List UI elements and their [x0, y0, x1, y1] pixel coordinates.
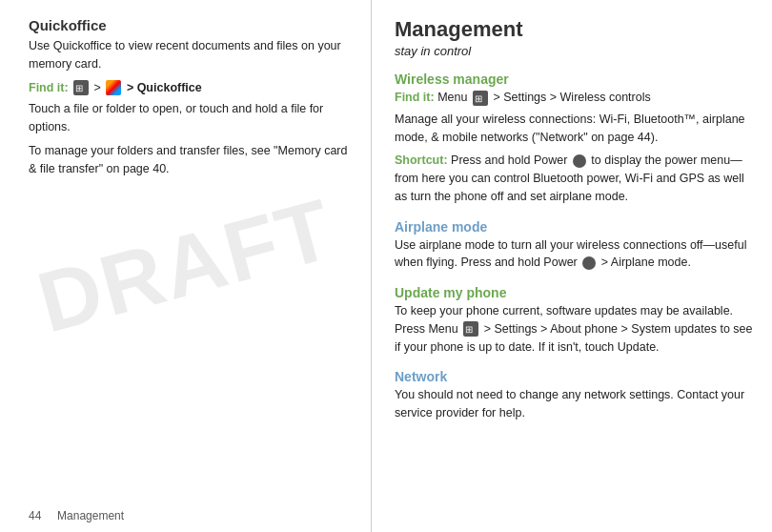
airplane-mode-title: Airplane mode — [395, 219, 753, 235]
left-para2: Touch a file or folder to open, or touch… — [29, 100, 352, 136]
page-number: 44 Management — [29, 509, 124, 522]
wireless-para1: Manage all your wireless connections: Wi… — [395, 111, 753, 147]
right-section-title: Management — [395, 17, 753, 42]
quickoffice-app-icon — [106, 80, 121, 95]
shortcut-label: Shortcut: — [395, 153, 448, 167]
network-title: Network — [395, 369, 753, 384]
menu-icon — [473, 91, 488, 106]
draft-watermark: DRAFT — [28, 179, 343, 352]
left-column: DRAFT Quickoffice Use Quickoffice to vie… — [0, 0, 372, 532]
network-para: You should not need to change any networ… — [395, 386, 753, 422]
power-icon — [573, 154, 586, 168]
left-section-title: Quickoffice — [29, 17, 352, 33]
right-find-it: Find it: Menu > Settings > Wireless cont… — [395, 89, 753, 107]
right-find-it-menu: Menu — [437, 91, 471, 104]
right-find-it-label: Find it: — [395, 91, 435, 104]
left-find-it: Find it: > > Quickoffice — [29, 79, 352, 97]
shortcut-block: Shortcut: Press and hold Power to displa… — [395, 152, 753, 205]
update-title: Update my phone — [395, 285, 753, 300]
left-para1: Use Quickoffice to view recent documents… — [29, 37, 352, 73]
update-para: To keep your phone current, software upd… — [395, 302, 753, 356]
left-find-it-text: > Quickoffice — [127, 81, 202, 94]
airplane-para: Use airplane mode to turn all your wirel… — [395, 236, 753, 273]
menu-icon-2 — [463, 321, 478, 337]
right-section-subtitle: stay in control — [395, 44, 753, 58]
quickoffice-folder-icon — [73, 80, 89, 95]
left-find-it-label: Find it: — [29, 81, 69, 94]
right-column: Management stay in control Wireless mana… — [372, 0, 772, 532]
wireless-manager-title: Wireless manager — [395, 72, 753, 87]
shortcut-text: Press and hold Power — [451, 153, 571, 167]
power-icon-2 — [582, 256, 596, 270]
left-para3: To manage your folders and transfer file… — [29, 142, 352, 178]
right-find-it-path: > Settings > Wireless controls — [493, 91, 650, 104]
